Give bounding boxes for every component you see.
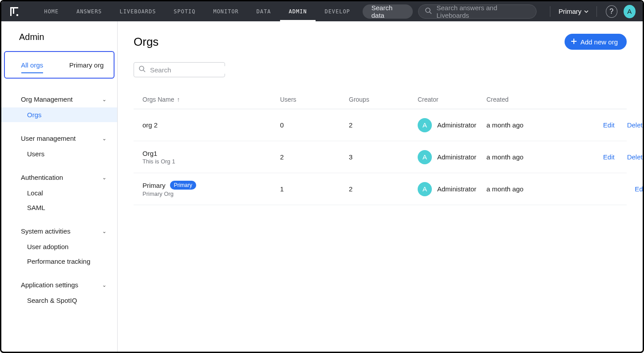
edit-link[interactable]: Edit — [603, 121, 615, 129]
nav-items: HOME ANSWERS LIVEBOARDS SPOTIQ MONITOR D… — [35, 1, 359, 21]
groups-cell: 2 — [349, 185, 418, 193]
nav-liveboards[interactable]: LIVEBOARDS — [111, 1, 165, 21]
sidebar-group-label: Application settings — [21, 281, 78, 289]
row-actions: Edit — [584, 185, 643, 193]
user-avatar[interactable]: A — [624, 5, 636, 18]
sidebar-group-header[interactable]: Application settings ⌄ — [1, 277, 117, 293]
chevron-down-icon: ⌄ — [102, 282, 107, 288]
table-row[interactable]: Org1 This is Org 1 2 3 A Administrator a… — [134, 141, 627, 173]
sidebar-item-local[interactable]: Local — [1, 186, 117, 200]
creator-name: Administrator — [437, 153, 476, 161]
sidebar-group-system-activities: System activities ⌄ User adoption Perfor… — [1, 223, 117, 269]
org-name: Org1 — [142, 150, 157, 157]
nav-develop[interactable]: DEVELOP — [316, 1, 359, 21]
add-new-org-button[interactable]: Add new org — [565, 34, 627, 50]
main-header: Orgs Add new org — [134, 34, 627, 50]
org-name: Primary — [142, 182, 166, 189]
svg-point-4 — [426, 8, 430, 12]
sidebar-group-label: Org Management — [21, 95, 73, 103]
chevron-down-icon: ⌄ — [102, 135, 107, 142]
org-cell: Org1 This is Org 1 — [142, 143, 280, 171]
nav-admin[interactable]: ADMIN — [280, 1, 316, 21]
sidebar-item-user-adoption[interactable]: User adoption — [1, 239, 117, 254]
users-cell: 0 — [280, 121, 349, 129]
row-actions: Edit Delete — [584, 153, 643, 161]
table-search[interactable] — [134, 62, 225, 77]
creator-cell: A Administrator — [418, 118, 486, 132]
delete-link[interactable]: Delete — [627, 153, 643, 161]
tab-primary-org[interactable]: Primary org — [59, 52, 114, 78]
creator-avatar: A — [418, 150, 432, 164]
sidebar-group-header[interactable]: Org Management ⌄ — [1, 91, 117, 107]
sort-asc-icon: ↑ — [177, 96, 180, 103]
global-search[interactable]: Search answers and Liveboards — [418, 4, 537, 19]
nav-data[interactable]: DATA — [248, 1, 280, 21]
org-desc: Primary Org — [142, 190, 280, 197]
chevron-down-icon: ⌄ — [102, 175, 107, 181]
primary-badge: Primary — [170, 181, 196, 190]
th-users[interactable]: Users — [280, 96, 349, 103]
edit-link[interactable]: Edit — [603, 153, 615, 161]
delete-link[interactable]: Delete — [627, 121, 643, 129]
nav-monitor[interactable]: MONITOR — [204, 1, 247, 21]
main-content: Orgs Add new org Orgs Name ↑ Users G — [118, 21, 643, 352]
sidebar-group-header[interactable]: System activities ⌄ — [1, 223, 117, 239]
sidebar-group-application-settings: Application settings ⌄ Search & SpotIQ — [1, 277, 117, 308]
sidebar-item-search-spotiq[interactable]: Search & SpotIQ — [1, 293, 117, 308]
add-button-label: Add new org — [581, 38, 618, 46]
table-search-input[interactable] — [150, 66, 234, 74]
row-actions: Edit Delete — [584, 121, 643, 129]
nav-home[interactable]: HOME — [35, 1, 67, 21]
global-search-placeholder: Search answers and Liveboards — [436, 4, 530, 19]
sidebar-item-users[interactable]: Users — [1, 147, 117, 161]
groups-cell: 3 — [349, 153, 418, 161]
search-icon — [138, 65, 146, 74]
creator-cell: A Administrator — [418, 150, 486, 164]
sidebar-title: Admin — [1, 32, 117, 51]
tab-all-orgs[interactable]: All orgs — [5, 52, 59, 78]
created-cell: a month ago — [486, 121, 584, 129]
app-logo[interactable] — [8, 5, 24, 18]
th-orgs-name[interactable]: Orgs Name ↑ — [142, 96, 280, 103]
top-nav: HOME ANSWERS LIVEBOARDS SPOTIQ MONITOR D… — [1, 1, 643, 21]
sidebar-item-saml[interactable]: SAML — [1, 200, 117, 215]
sidebar-item-performance-tracking[interactable]: Performance tracking — [1, 254, 117, 269]
org-selector[interactable]: Primary — [557, 8, 590, 15]
plus-icon — [571, 38, 577, 46]
org-desc: This is Org 1 — [142, 158, 280, 165]
sidebar-group-label: User management — [21, 135, 75, 142]
creator-name: Administrator — [437, 121, 476, 129]
users-cell: 1 — [280, 185, 349, 193]
svg-point-8 — [139, 66, 144, 71]
th-groups[interactable]: Groups — [349, 96, 418, 103]
creator-name: Administrator — [437, 185, 476, 193]
sidebar-group-user-management: User management ⌄ Users — [1, 130, 117, 161]
svg-rect-2 — [13, 7, 14, 14]
search-data-button[interactable]: Search data — [363, 4, 413, 19]
nav-divider — [550, 6, 550, 17]
table-row[interactable]: Primary Primary Primary Org 1 2 A Admini… — [134, 173, 627, 205]
edit-link[interactable]: Edit — [635, 185, 643, 193]
sidebar-group-header[interactable]: Authentication ⌄ — [1, 169, 117, 186]
table-header: Orgs Name ↑ Users Groups Creator Created — [134, 90, 627, 109]
table-row[interactable]: org 2 0 2 A Administrator a month ago Ed… — [134, 109, 627, 141]
sidebar-group-header[interactable]: User management ⌄ — [1, 130, 117, 147]
th-creator[interactable]: Creator — [418, 96, 486, 103]
svg-point-3 — [16, 14, 18, 16]
nav-answers[interactable]: ANSWERS — [67, 1, 111, 21]
th-created[interactable]: Created — [486, 96, 584, 103]
creator-cell: A Administrator — [418, 182, 486, 196]
sidebar-group-org-management: Org Management ⌄ Orgs — [1, 91, 117, 122]
orgs-table: Orgs Name ↑ Users Groups Creator Created… — [134, 90, 627, 205]
chevron-down-icon — [584, 8, 589, 15]
created-cell: a month ago — [486, 185, 584, 193]
groups-cell: 2 — [349, 121, 418, 129]
users-cell: 2 — [280, 153, 349, 161]
org-selector-label: Primary — [558, 8, 581, 15]
sidebar-item-orgs[interactable]: Orgs — [1, 107, 117, 122]
help-button[interactable]: ? — [606, 5, 617, 18]
created-cell: a month ago — [486, 153, 584, 161]
sidebar-group-authentication: Authentication ⌄ Local SAML — [1, 169, 117, 215]
nav-spotiq[interactable]: SPOTIQ — [165, 1, 204, 21]
org-cell: Primary Primary Primary Org — [142, 175, 280, 203]
